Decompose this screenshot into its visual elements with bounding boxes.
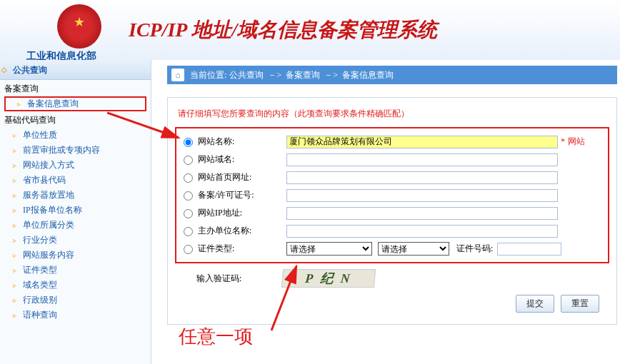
panel-hint: 请仔细填写您所要查询的内容（此项查询要求条件精确匹配） xyxy=(178,108,609,120)
sidebar-item-label: 语种查询 xyxy=(23,309,57,321)
row-site-home: 网站首页网址: xyxy=(179,168,605,186)
form-box: 网站名称: * 网站 网站域名: 网站首页网址: xyxy=(175,127,609,263)
bullet-icon: ▹ xyxy=(13,161,23,169)
breadcrumb-p1[interactable]: 公共查询 xyxy=(229,69,264,81)
sidebar-item-preapproval[interactable]: ▹前置审批或专项内容 xyxy=(0,143,151,158)
sidebar-item-label: 证件类型 xyxy=(23,264,57,276)
radio-cert-type[interactable] xyxy=(184,245,193,254)
sidebar-header[interactable]: 公共查询 xyxy=(0,60,151,80)
radio-site-home[interactable] xyxy=(184,173,193,183)
radio-license[interactable] xyxy=(184,191,193,201)
row-site-name: 网站名称: * 网站 xyxy=(179,133,605,151)
label-text: 网站首页网址: xyxy=(198,172,251,182)
input-site-domain[interactable] xyxy=(286,153,558,166)
label-captcha: 输入验证码: xyxy=(196,273,282,285)
bullet-icon: ▹ xyxy=(13,146,23,154)
sidebar-group-beian: 备案查询 xyxy=(0,80,151,96)
row-captcha: 输入验证码: P 纪 N xyxy=(175,269,609,288)
label-text: 网站IP地址: xyxy=(198,208,242,218)
sidebar-item-access-mode[interactable]: ▹网站接入方式 xyxy=(0,158,151,173)
bullet-icon: ▹ xyxy=(13,131,23,139)
label-text: 主办单位名称: xyxy=(198,226,251,236)
row-sponsor: 主办单位名称: xyxy=(179,222,605,240)
select-cert-type-1[interactable]: 请选择 xyxy=(286,242,372,256)
bullet-icon: ▹ xyxy=(13,311,23,319)
sidebar-item-language[interactable]: ▹语种查询 xyxy=(0,308,151,323)
sidebar-item-label: 网站接入方式 xyxy=(23,159,74,171)
radio-site-domain[interactable] xyxy=(184,156,193,165)
input-sponsor[interactable] xyxy=(286,225,558,238)
label-cert-no: 证件号码: xyxy=(456,243,493,255)
row-cert-type: 证件类型: 请选择 请选择 证件号码: xyxy=(179,240,605,258)
row-site-ip: 网站IP地址: xyxy=(179,204,605,222)
breadcrumb-p2[interactable]: 备案查询 xyxy=(286,69,320,81)
label-site-name: 网站名称: xyxy=(179,136,286,148)
bullet-icon: ▹ xyxy=(17,100,27,108)
sidebar-item-label: 域名类型 xyxy=(23,279,57,291)
sidebar-item-cert-type[interactable]: ▹证件类型 xyxy=(0,263,151,278)
reset-button[interactable]: 重置 xyxy=(561,295,599,313)
sidebar-item-beian-info[interactable]: ▹ 备案信息查询 xyxy=(4,96,146,111)
label-site-ip: 网站IP地址: xyxy=(179,207,286,219)
bullet-icon: ▹ xyxy=(13,221,23,229)
home-icon[interactable]: ⌂ xyxy=(171,69,184,81)
national-emblem-icon xyxy=(57,4,101,49)
breadcrumb-p3: 备案信息查询 xyxy=(342,69,394,81)
label-sponsor: 主办单位名称: xyxy=(179,225,286,237)
system-title: ICP/IP 地址/域名信息备案管理系统 xyxy=(129,16,437,44)
breadcrumb: ⌂ 当前位置: 公共查询 －> 备案查询 －> 备案信息查询 xyxy=(167,66,617,84)
input-site-name[interactable] xyxy=(286,136,558,148)
sidebar-item-unit-category[interactable]: ▹单位所属分类 xyxy=(0,218,151,233)
sidebar-item-region-code[interactable]: ▹省市县代码 xyxy=(0,173,151,188)
sidebar-item-label: 单位所属分类 xyxy=(23,219,74,231)
bullet-icon: ▹ xyxy=(13,296,23,304)
sidebar-item-server-location[interactable]: ▹服务器放置地 xyxy=(0,188,151,203)
label-cert-type: 证件类型: xyxy=(179,243,286,255)
query-panel: 请仔细填写您所要查询的内容（此项查询要求条件精确匹配） 网站名称: * 网站 网… xyxy=(167,97,617,325)
sidebar-item-label: 网站服务内容 xyxy=(23,249,74,261)
button-row: 提交 重置 xyxy=(175,295,609,313)
label-site-home: 网站首页网址: xyxy=(179,171,286,183)
captcha-image[interactable]: P 纪 N xyxy=(281,269,376,288)
sidebar-item-label: 备案信息查询 xyxy=(27,98,79,110)
bullet-icon: ▹ xyxy=(13,251,23,259)
row-site-domain: 网站域名: xyxy=(179,151,605,168)
label-text: 网站域名: xyxy=(198,154,234,164)
label-site-domain: 网站域名: xyxy=(179,153,286,166)
bullet-icon: ▹ xyxy=(13,236,23,244)
label-text: 网站名称: xyxy=(198,136,234,146)
label-text: 证件类型: xyxy=(198,243,234,253)
radio-site-name[interactable] xyxy=(184,138,193,147)
input-site-home[interactable] xyxy=(286,171,558,184)
submit-button[interactable]: 提交 xyxy=(516,295,554,313)
app-header: 工业和信息化部 ICP/IP 地址/域名信息备案管理系统 xyxy=(0,0,620,60)
sidebar-item-domain-type[interactable]: ▹域名类型 xyxy=(0,278,151,293)
annotation-text: 任意一项 xyxy=(179,324,253,349)
label-text: 备案/许可证号: xyxy=(198,190,254,200)
radio-site-ip[interactable] xyxy=(184,209,193,218)
breadcrumb-prefix: 当前位置: xyxy=(190,69,226,81)
bullet-icon: ▹ xyxy=(13,266,23,274)
sidebar: 公共查询 备案查询 ▹ 备案信息查询 基础代码查询 ▹单位性质 ▹前置审批或专项… xyxy=(0,60,151,364)
select-cert-type-2[interactable]: 请选择 xyxy=(378,242,449,256)
sidebar-item-label: IP报备单位名称 xyxy=(23,204,82,216)
sidebar-item-unit-type[interactable]: ▹单位性质 xyxy=(0,128,151,143)
breadcrumb-sep: －> xyxy=(324,69,338,81)
sidebar-item-admin-level[interactable]: ▹行政级别 xyxy=(0,293,151,308)
required-star: * xyxy=(561,136,565,147)
sidebar-item-label: 单位性质 xyxy=(23,129,57,141)
radio-sponsor[interactable] xyxy=(184,227,193,236)
bullet-icon: ▹ xyxy=(13,281,23,289)
sidebar-item-industry[interactable]: ▹行业分类 xyxy=(0,233,151,248)
required-text: 网站 xyxy=(568,136,585,148)
breadcrumb-sep: －> xyxy=(268,69,281,81)
sidebar-item-service-content[interactable]: ▹网站服务内容 xyxy=(0,248,151,263)
input-site-ip[interactable] xyxy=(286,207,558,220)
sidebar-item-label: 服务器放置地 xyxy=(23,189,74,201)
bullet-icon: ▹ xyxy=(13,176,23,184)
sidebar-item-ip-report-unit[interactable]: ▹IP报备单位名称 xyxy=(0,203,151,218)
content-area: ⌂ 当前位置: 公共查询 －> 备案查询 －> 备案信息查询 请仔细填写您所要查… xyxy=(151,60,620,364)
input-cert-no[interactable] xyxy=(497,243,561,256)
bullet-icon: ▹ xyxy=(13,206,23,214)
input-license[interactable] xyxy=(286,189,558,202)
